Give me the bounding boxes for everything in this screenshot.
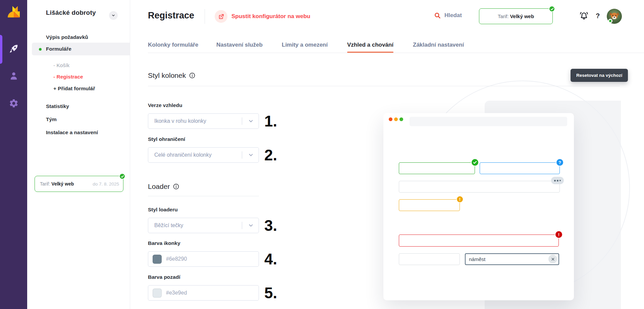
error-badge-icon: ! <box>555 230 563 239</box>
sidebar-item-label: - Registrace <box>53 74 83 80</box>
info-icon[interactable] <box>189 72 196 79</box>
preview-input-info: ? <box>480 162 560 174</box>
icon-rail <box>0 0 27 309</box>
browser-preview-card: ? ! ! náměst <box>383 113 574 300</box>
rocket-icon[interactable] <box>8 43 19 54</box>
sidebar-item-label: - Košík <box>53 62 69 68</box>
select-value: Celé ohraničení kolonky <box>148 152 212 158</box>
plan-label: Tarif: <box>498 13 509 19</box>
question-badge-icon: ? <box>556 158 564 166</box>
online-status-dot <box>608 19 612 23</box>
notifications-button[interactable] <box>579 11 589 21</box>
sidebar-item-formulare-label[interactable]: Formuláře <box>46 45 71 53</box>
field-label-verze-vzhledu: Verze vzhledu <box>148 102 182 108</box>
color-value: #e3e9ed <box>166 290 187 296</box>
sidebar-item-label: Tým <box>46 116 57 122</box>
sidebar-item-label: + Přidat formulář <box>53 86 95 92</box>
step-number-4: 4. <box>264 251 277 268</box>
configurator-icon-circle[interactable] <box>215 10 227 23</box>
select-value: Běžící tečky <box>148 222 183 228</box>
preview-typed-text: náměst <box>469 256 485 262</box>
sidebar-item-kosik[interactable]: - Košík <box>53 62 69 69</box>
sidebar: Lišácké dobroty Výpis požadavků Formulář… <box>27 0 130 309</box>
tab-bar: Kolonky formuláře Nastavení služeb Limit… <box>148 40 644 53</box>
section-divider <box>148 196 259 196</box>
select-value: Ikonka v rohu kolonky <box>148 118 206 124</box>
step-number-1: 1. <box>264 113 277 130</box>
warning-badge-icon: ! <box>456 196 464 203</box>
configurator-link[interactable]: Spustit konfigurátor na webu <box>231 13 310 20</box>
search-button[interactable]: Hledat <box>434 12 462 19</box>
tab-vzhled-a-chovani[interactable]: Vzhled a chování <box>347 42 393 53</box>
field-label-barva-pozadi: Barva pozadí <box>148 274 180 280</box>
info-icon[interactable] <box>173 183 179 190</box>
color-value: #6e8290 <box>166 256 187 262</box>
select-separator <box>242 222 242 229</box>
plan-value: Velký web <box>510 13 534 19</box>
check-icon <box>471 158 479 166</box>
more-dots-icon <box>551 177 564 184</box>
check-icon <box>549 6 555 12</box>
field-label-styl-loaderu: Styl loaderu <box>148 207 178 213</box>
help-button[interactable]: ? <box>596 12 600 20</box>
tab-kolonky-formulare[interactable]: Kolonky formuláře <box>148 42 198 53</box>
workspace-chevron-button[interactable] <box>109 11 118 20</box>
sidebar-item-pridat-formular[interactable]: + Přidat formulář <box>53 85 95 92</box>
select-verze-vzhledu[interactable]: Ikonka v rohu kolonky <box>148 113 259 129</box>
plan-badge-header[interactable]: Tarif: Velký web <box>479 8 553 24</box>
tab-nastaveni-sluzeb[interactable]: Nastavení služeb <box>216 42 263 53</box>
close-icon <box>548 255 557 263</box>
color-input-barva-ikonky[interactable]: #6e8290 <box>148 251 259 267</box>
step-number-5: 5. <box>264 285 277 302</box>
color-swatch[interactable] <box>153 289 162 298</box>
preview-input-valid <box>399 162 475 174</box>
select-styl-ohraniceni[interactable]: Celé ohraničení kolonky <box>148 147 259 163</box>
color-input-barva-pozadi[interactable]: #e3e9ed <box>148 285 259 301</box>
main-content: Registrace Spustit konfigurátor na webu … <box>130 0 644 309</box>
section-title-text: Loader <box>148 183 170 191</box>
section-divider <box>148 86 620 86</box>
traffic-dot-yellow <box>394 117 398 121</box>
browser-address-bar <box>410 117 567 126</box>
plan-label: Tarif: <box>40 181 50 187</box>
header-divider <box>205 9 205 24</box>
sidebar-item-tym[interactable]: Tým <box>46 116 57 123</box>
section-title-styl-kolonek: Styl kolonek <box>148 71 196 80</box>
chevron-down-icon[interactable] <box>248 152 254 158</box>
workspace-title: Lišácké dobroty <box>46 9 96 16</box>
sidebar-item-label: Instalace a nastavení <box>46 130 98 136</box>
external-link-icon <box>218 14 224 19</box>
plan-value: Velký web <box>51 181 74 187</box>
fox-logo[interactable] <box>6 5 22 21</box>
section-title-loader: Loader <box>148 183 179 191</box>
tab-zakladni-nastaveni[interactable]: Základní nastavení <box>413 42 464 53</box>
active-status-dot <box>39 48 42 51</box>
sidebar-item-label: Statistiky <box>46 103 69 109</box>
step-number-3: 3. <box>264 217 277 234</box>
chevron-down-icon <box>111 13 115 17</box>
color-swatch[interactable] <box>153 255 162 264</box>
step-number-2: 2. <box>264 147 277 164</box>
select-separator <box>242 151 242 159</box>
form-preview-zone: ? ! ! náměst <box>365 54 644 309</box>
chevron-down-icon[interactable] <box>248 118 254 124</box>
sidebar-item-instalace[interactable]: Instalace a nastavení <box>46 129 98 136</box>
sidebar-item-statistiky[interactable]: Statistiky <box>46 103 69 110</box>
select-separator <box>242 117 242 125</box>
sidebar-item-registrace[interactable]: - Registrace <box>53 73 83 81</box>
preview-input-neutral <box>399 181 560 193</box>
field-label-barva-ikonky: Barva ikonky <box>148 240 180 246</box>
sidebar-item-vypis-pozadavku[interactable]: Výpis požadavků <box>46 34 88 41</box>
traffic-dot-red <box>389 117 392 121</box>
traffic-dot-green <box>399 117 403 121</box>
chevron-down-icon[interactable] <box>248 222 254 228</box>
plan-expiry: do 7. 8. 2025 <box>93 182 119 187</box>
users-icon[interactable] <box>8 70 19 82</box>
check-icon <box>119 173 125 179</box>
rail-active-indicator <box>0 35 2 64</box>
tab-limity-a-omezeni[interactable]: Limity a omezení <box>282 42 328 53</box>
select-styl-loaderu[interactable]: Běžící tečky <box>148 218 259 233</box>
gear-icon[interactable] <box>8 98 19 109</box>
plan-badge-sidebar[interactable]: Tarif: Velký web do 7. 8. 2025 <box>35 176 123 192</box>
reset-default-button[interactable]: Resetovat na výchozí <box>571 69 628 82</box>
